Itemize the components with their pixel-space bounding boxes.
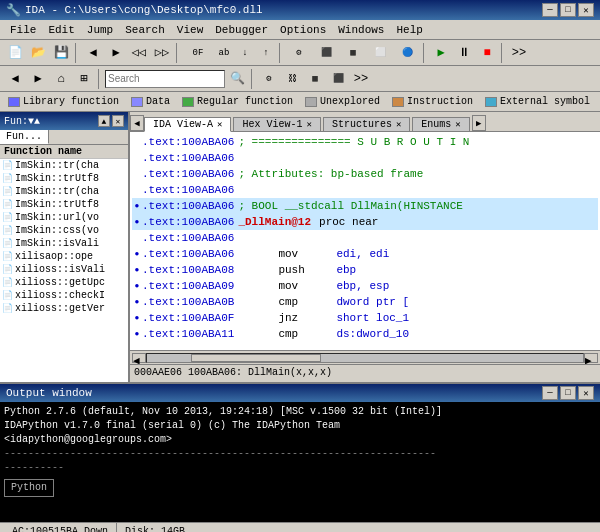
tab-structures[interactable]: Structures ✕ — [323, 117, 410, 131]
menu-debugger[interactable]: Debugger — [209, 23, 274, 37]
code-content: ; =============== S U B R O U T I N — [238, 134, 469, 150]
addr-back[interactable]: ◀ — [4, 69, 26, 89]
tool4[interactable]: ⬜ — [367, 43, 393, 63]
output-line: Python — [4, 475, 596, 497]
legend-bar: Library function Data Regular function U… — [0, 92, 600, 112]
search-button[interactable]: 🔍 — [226, 69, 248, 89]
list-item[interactable]: 📄ImSkin::css(vo — [0, 224, 128, 237]
maximize-button[interactable]: □ — [560, 3, 576, 17]
sep-4 — [423, 43, 427, 63]
list-item[interactable]: 📄xilioss::getUpc — [0, 276, 128, 289]
tab-functions[interactable]: Fun... — [0, 130, 49, 144]
back2-button[interactable]: ◁◁ — [128, 43, 150, 63]
list-item[interactable]: 📄xilioss::getVer — [0, 302, 128, 315]
t2-btn1[interactable]: ⚙ — [258, 69, 280, 89]
str-button[interactable]: ab — [214, 43, 234, 63]
output-line: Python 2.7.6 (default, Nov 10 2013, 19:2… — [4, 405, 596, 419]
code-operand: ds:dword_10 — [336, 326, 409, 342]
code-view[interactable]: .text:100ABA06 ; =============== S U B R… — [130, 132, 600, 350]
sep-t3 — [251, 69, 255, 89]
function-panel-close[interactable]: ✕ — [112, 115, 124, 127]
list-item[interactable]: 📄ImSkin::isVali — [0, 237, 128, 250]
fwd2-button[interactable]: ▷▷ — [151, 43, 173, 63]
legend-instruction-color — [392, 97, 404, 107]
tool1[interactable]: ⚙ — [286, 43, 312, 63]
minimize-button[interactable]: ─ — [542, 3, 558, 17]
fwd-button[interactable]: ▶ — [105, 43, 127, 63]
legend-instruction-label: Instruction — [407, 96, 473, 107]
code-addr: .text:100ABA0F — [142, 310, 234, 326]
search-input[interactable] — [105, 70, 225, 88]
function-panel-pin[interactable]: ▲ — [98, 115, 110, 127]
addr-home[interactable]: ⌂ — [50, 69, 72, 89]
output-max-btn[interactable]: □ — [560, 386, 576, 400]
legend-data-color — [131, 97, 143, 107]
open-button[interactable]: 📂 — [27, 43, 49, 63]
tab-ida-view-close[interactable]: ✕ — [217, 119, 222, 130]
new-button[interactable]: 📄 — [4, 43, 26, 63]
addr-end[interactable]: ⊞ — [73, 69, 95, 89]
list-item[interactable]: 📄ImSkin::tr(cha — [0, 159, 128, 172]
back-button[interactable]: ◀ — [82, 43, 104, 63]
t2-btn2[interactable]: ⛓ — [281, 69, 303, 89]
menu-view[interactable]: View — [171, 23, 209, 37]
scrollbar[interactable] — [146, 353, 584, 363]
pause-button[interactable]: ⏸ — [453, 43, 475, 63]
tab-enums-close[interactable]: ✕ — [455, 119, 460, 130]
code-line: .text:100ABA06 ; Attributes: bp-based fr… — [132, 166, 598, 182]
title-text: IDA - C:\Users\cong\Desktop\mfc0.dll — [25, 4, 263, 16]
func-icon: 📄 — [2, 238, 13, 249]
tool5[interactable]: 🔵 — [394, 43, 420, 63]
list-item[interactable]: 📄xilioss::isVali — [0, 263, 128, 276]
output-close-btn[interactable]: ✕ — [578, 386, 594, 400]
tab-hex-view-close[interactable]: ✕ — [306, 119, 311, 130]
scroll-left-btn[interactable]: ◀ — [132, 353, 146, 363]
sep-3 — [279, 43, 283, 63]
menu-jump[interactable]: Jump — [81, 23, 119, 37]
export-button[interactable]: ↑ — [256, 43, 276, 63]
list-item[interactable]: 📄ImSkin::trUtf8 — [0, 198, 128, 211]
code-line: ● .text:100ABA08 push ebp — [132, 262, 598, 278]
hex-button[interactable]: 0F — [183, 43, 213, 63]
output-sep-text2: ---------- — [4, 462, 64, 473]
tab-ida-view[interactable]: IDA View-A ✕ — [144, 117, 231, 132]
list-item[interactable]: 📄ImSkin::tr(cha — [0, 185, 128, 198]
tab-enums[interactable]: Enums ✕ — [412, 117, 469, 131]
func-icon: 📄 — [2, 251, 13, 262]
menu-help[interactable]: Help — [390, 23, 428, 37]
t2-btn3[interactable]: ▦ — [304, 69, 326, 89]
function-list[interactable]: 📄ImSkin::tr(cha 📄ImSkin::trUtf8 📄ImSkin:… — [0, 159, 128, 382]
scroll-right-btn[interactable]: ▶ — [584, 353, 598, 363]
tab-left-btn[interactable]: ◀ — [130, 115, 144, 131]
menu-windows[interactable]: Windows — [332, 23, 390, 37]
import-button[interactable]: ↓ — [235, 43, 255, 63]
run-button[interactable]: ▶ — [430, 43, 452, 63]
tab-structures-close[interactable]: ✕ — [396, 119, 401, 130]
menu-options[interactable]: Options — [274, 23, 332, 37]
tool3[interactable]: ▦ — [340, 43, 366, 63]
addr-fwd[interactable]: ▶ — [27, 69, 49, 89]
scroll-thumb[interactable] — [191, 354, 322, 362]
stop-button[interactable]: ■ — [476, 43, 498, 63]
output-section: Output window ─ □ ✕ Python 2.7.6 (defaul… — [0, 382, 600, 522]
list-item[interactable]: 📄xilioss::checkI — [0, 289, 128, 302]
list-item[interactable]: 📄xilisaop::ope — [0, 250, 128, 263]
tab-hex-view[interactable]: Hex View-1 ✕ — [233, 117, 320, 131]
list-item[interactable]: 📄ImSkin::trUtf8 — [0, 172, 128, 185]
tool2[interactable]: ⬛ — [313, 43, 339, 63]
output-min-btn[interactable]: ─ — [542, 386, 558, 400]
tab-area: ◀ IDA View-A ✕ Hex View-1 ✕ Structures ✕… — [130, 112, 600, 382]
save-button[interactable]: 💾 — [50, 43, 72, 63]
code-addr: .text:100ABA0B — [142, 294, 234, 310]
list-item[interactable]: 📄ImSkin::url(vo — [0, 211, 128, 224]
t2-btn4[interactable]: ⬛ — [327, 69, 349, 89]
menu-search[interactable]: Search — [119, 23, 171, 37]
menu-edit[interactable]: Edit — [42, 23, 80, 37]
t2-more[interactable]: >> — [350, 69, 372, 89]
close-button[interactable]: ✕ — [578, 3, 594, 17]
code-addr: .text:100ABA06 — [142, 198, 234, 214]
menu-file[interactable]: File — [4, 23, 42, 37]
more-button[interactable]: >> — [508, 43, 530, 63]
python-prompt-button[interactable]: Python — [4, 479, 54, 497]
tab-right-btn[interactable]: ▶ — [472, 115, 486, 131]
